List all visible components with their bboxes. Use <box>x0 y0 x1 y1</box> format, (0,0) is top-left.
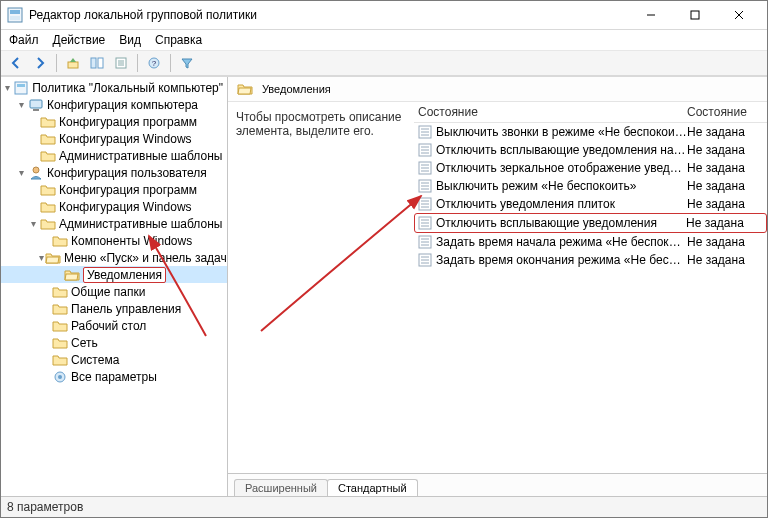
folder-icon <box>40 131 56 147</box>
list-row[interactable]: Выключить режим «Не беспокоить»Не задана <box>414 177 767 195</box>
filter-button[interactable] <box>176 52 198 74</box>
twisty-icon[interactable]: ▾ <box>27 218 39 229</box>
folder-icon <box>52 352 68 368</box>
column-name[interactable]: Состояние <box>418 105 687 119</box>
folder-icon <box>40 216 56 232</box>
tree-item[interactable]: Административные шаблоны <box>1 147 227 164</box>
twisty-icon[interactable]: ▾ <box>3 82 12 93</box>
app-icon <box>7 7 23 23</box>
setting-state: Не задана <box>687 161 767 175</box>
setting-state: Не задана <box>687 125 767 139</box>
setting-state: Не задана <box>687 143 767 157</box>
list-row[interactable]: Отключить всплывающие уведомления на экр… <box>414 141 767 159</box>
folder-icon <box>52 335 68 351</box>
tree-item[interactable]: Панель управления <box>1 300 227 317</box>
tree-all-settings[interactable]: Все параметры <box>1 368 227 385</box>
tree-item[interactable]: Система <box>1 351 227 368</box>
help-toolbar-button[interactable]: ? <box>143 52 165 74</box>
menu-view[interactable]: Вид <box>119 33 141 47</box>
tree-pane[interactable]: ▾ Политика "Локальный компьютер" ▾ Конфи… <box>1 77 228 496</box>
maximize-button[interactable] <box>673 1 717 29</box>
setting-name: Выключить режим «Не беспокоить» <box>436 179 687 193</box>
properties-button[interactable] <box>110 52 132 74</box>
tree-item[interactable]: Сеть <box>1 334 227 351</box>
tree-start-menu[interactable]: ▾ Меню «Пуск» и панель задач <box>1 249 227 266</box>
folder-open-icon <box>64 267 80 283</box>
tree-computer-config[interactable]: ▾ Конфигурация компьютера <box>1 96 227 113</box>
twisty-icon[interactable]: ▾ <box>15 99 27 110</box>
setting-icon <box>418 161 432 175</box>
tree-admin-templates[interactable]: ▾ Административные шаблоны <box>1 215 227 232</box>
menu-help[interactable]: Справка <box>155 33 202 47</box>
tab-standard[interactable]: Стандартный <box>327 479 418 496</box>
setting-name: Отключить уведомления плиток <box>436 197 687 211</box>
tree-item[interactable]: Конфигурация программ <box>1 113 227 130</box>
show-hide-tree-button[interactable] <box>86 52 108 74</box>
svg-rect-8 <box>91 58 96 68</box>
content-header: Уведомления <box>228 77 767 102</box>
menubar: Файл Действие Вид Справка <box>1 30 767 51</box>
tab-extended[interactable]: Расширенный <box>234 479 328 496</box>
folder-icon <box>40 148 56 164</box>
svg-rect-7 <box>68 62 78 68</box>
up-button[interactable] <box>62 52 84 74</box>
setting-name: Выключить звонки в режиме «Не беспокоить… <box>436 125 687 139</box>
back-button[interactable] <box>5 52 27 74</box>
twisty-icon[interactable]: ▾ <box>15 167 27 178</box>
setting-icon <box>418 253 432 267</box>
tree-root[interactable]: ▾ Политика "Локальный компьютер" <box>1 79 227 96</box>
folder-icon <box>52 318 68 334</box>
folder-icon <box>52 284 68 300</box>
setting-name: Отключить всплывающие уведомления <box>436 216 686 230</box>
list-row[interactable]: Задать время начала режима «Не беспокоит… <box>414 233 767 251</box>
content-title: Уведомления <box>262 83 331 95</box>
folder-icon <box>40 199 56 215</box>
forward-button[interactable] <box>29 52 51 74</box>
setting-name: Задать время окончания режима «Не беспок… <box>436 253 687 267</box>
settings-list[interactable]: Состояние Состояние Выключить звонки в р… <box>414 102 767 473</box>
list-row[interactable]: Задать время окончания режима «Не беспок… <box>414 251 767 269</box>
list-row[interactable]: Выключить звонки в режиме «Не беспокоить… <box>414 123 767 141</box>
folder-open-icon <box>237 81 253 97</box>
tree-item[interactable]: Конфигурация Windows <box>1 130 227 147</box>
folder-icon <box>52 233 68 249</box>
list-row[interactable]: Отключить зеркальное отображение уведомл… <box>414 159 767 177</box>
policy-icon <box>13 80 29 96</box>
setting-icon <box>418 235 432 249</box>
tree-item[interactable]: Конфигурация программ <box>1 181 227 198</box>
description-text: Чтобы просмотреть описание элемента, выд… <box>228 102 414 473</box>
svg-rect-17 <box>17 84 25 87</box>
list-row[interactable]: Отключить всплывающие уведомленияНе зада… <box>414 213 767 233</box>
menu-file[interactable]: Файл <box>9 33 39 47</box>
setting-state: Не задана <box>687 235 767 249</box>
svg-rect-9 <box>98 58 103 68</box>
tree-notifications[interactable]: Уведомления <box>1 266 227 283</box>
statusbar: 8 параметров <box>1 496 767 517</box>
tree-item[interactable]: Компоненты Windows <box>1 232 227 249</box>
tree-item[interactable]: Конфигурация Windows <box>1 198 227 215</box>
view-tabs: Расширенный Стандартный <box>228 473 767 496</box>
list-header[interactable]: Состояние Состояние <box>414 102 767 123</box>
setting-name: Задать время начала режима «Не беспокоит… <box>436 235 687 249</box>
minimize-button[interactable] <box>629 1 673 29</box>
folder-icon <box>40 114 56 130</box>
twisty-icon[interactable]: ▾ <box>39 252 44 263</box>
svg-rect-2 <box>10 16 20 20</box>
setting-icon <box>418 179 432 193</box>
computer-icon <box>28 97 44 113</box>
tree-item[interactable]: Общие папки <box>1 283 227 300</box>
setting-state: Не задана <box>687 179 767 193</box>
tree-user-config[interactable]: ▾ Конфигурация пользователя <box>1 164 227 181</box>
setting-icon <box>418 125 432 139</box>
svg-rect-19 <box>33 109 39 111</box>
setting-icon <box>418 216 432 230</box>
list-row[interactable]: Отключить уведомления плитокНе задана <box>414 195 767 213</box>
folder-icon <box>40 182 56 198</box>
menu-action[interactable]: Действие <box>53 33 106 47</box>
status-text: 8 параметров <box>7 500 83 514</box>
column-state[interactable]: Состояние <box>687 105 767 119</box>
folder-open-icon <box>45 250 61 266</box>
close-button[interactable] <box>717 1 761 29</box>
folder-icon <box>52 301 68 317</box>
tree-item[interactable]: Рабочий стол <box>1 317 227 334</box>
